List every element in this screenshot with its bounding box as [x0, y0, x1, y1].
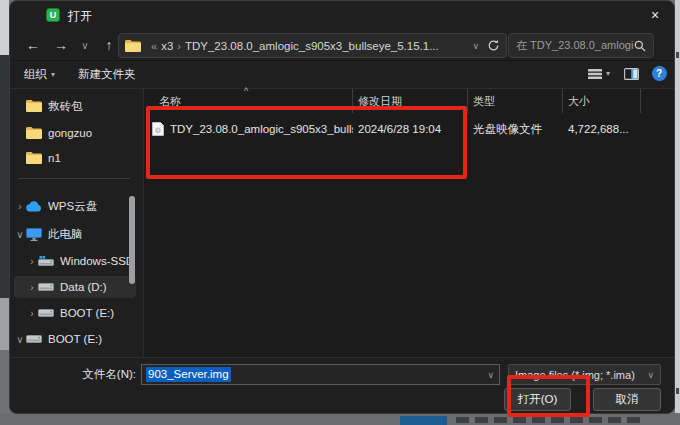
address-bar[interactable]: « x3 › TDY_23.08.0_amlogic_s905x3_bullse…: [118, 33, 507, 58]
chevron-down-icon[interactable]: ∨: [487, 370, 494, 380]
sidebar-item-n1[interactable]: n1: [14, 147, 136, 169]
sidebar-item-windows-ssd[interactable]: › Windows-SSD: [14, 250, 136, 272]
navigation-pane: 救砖包 gongzuo n1: [10, 89, 143, 357]
file-type: 光盘映像文件: [468, 117, 563, 141]
sidebar-item-gongzuo[interactable]: gongzuo: [14, 122, 136, 144]
recent-locations-button[interactable]: ∨: [74, 34, 96, 56]
column-header-size[interactable]: 大小: [563, 89, 641, 113]
sidebar-item-this-pc[interactable]: ∨ 此电脑: [14, 223, 136, 245]
annotation-rectangle-file-list: [146, 106, 467, 179]
sidebar-separator: [18, 178, 130, 179]
sidebar-item-wps-cloud[interactable]: › WPS云盘: [14, 195, 136, 217]
title-bar: U 打开 ×: [10, 1, 674, 29]
search-icon[interactable]: [634, 40, 646, 52]
open-file-dialog: U 打开 × ← → ∨ ↑ « x3 › TDY_23.08.0_amlogi…: [9, 0, 675, 414]
view-controls: ▾ ?: [584, 66, 674, 81]
computer-icon: [26, 228, 42, 241]
sidebar-item-data-d[interactable]: › Data (D:): [14, 276, 136, 298]
sort-ascending-icon: ^: [244, 86, 248, 96]
background-fragment-right: [675, 0, 680, 413]
breadcrumb-current-folder[interactable]: TDY_23.08.0_amlogic_s905x3_bullseye_5.15…: [185, 40, 439, 52]
chevron-down-icon[interactable]: ∨: [647, 370, 654, 380]
sidebar-item-label: 此电脑: [48, 227, 83, 242]
chevron-right-icon[interactable]: ›: [14, 201, 26, 212]
breadcrumb-separator-icon: ›: [177, 40, 181, 52]
sidebar-item-label: BOOT (E:): [60, 307, 114, 319]
chevron-right-icon[interactable]: ›: [26, 308, 38, 319]
sidebar-item-label: n1: [48, 152, 61, 164]
sidebar-item-label: WPS云盘: [48, 199, 97, 214]
folder-icon: [125, 40, 141, 52]
help-icon: ?: [652, 66, 667, 81]
dialog-title: 打开: [68, 8, 92, 25]
close-icon[interactable]: ×: [644, 5, 666, 25]
views-caret-icon[interactable]: ▾: [606, 69, 610, 78]
details-view-icon[interactable]: [584, 68, 606, 80]
folder-icon: [26, 152, 42, 164]
sidebar-item-label: 救砖包: [48, 99, 83, 114]
folder-icon: [26, 100, 42, 112]
chevron-right-icon[interactable]: ›: [26, 282, 38, 293]
sidebar-item-boot-e-2[interactable]: ∨ BOOT (E:): [14, 328, 136, 350]
file-size: 4,722,688...: [563, 117, 641, 141]
background-app-blue-fragment: [400, 416, 447, 425]
sidebar-item-jiuzhuanbao[interactable]: 救砖包: [14, 95, 136, 117]
background-fragment-left-bottom: [0, 350, 9, 413]
help-button[interactable]: ?: [644, 66, 674, 81]
drive-icon: [38, 308, 54, 318]
screen: U 打开 × ← → ∨ ↑ « x3 › TDY_23.08.0_amlogi…: [0, 0, 680, 425]
refresh-icon[interactable]: [487, 39, 500, 52]
background-fragment-left: [0, 55, 9, 298]
chevron-right-icon[interactable]: ›: [26, 256, 38, 267]
chevron-down-icon[interactable]: ∨: [14, 229, 26, 240]
address-dropdown-icon[interactable]: ∨: [472, 41, 479, 51]
forward-button[interactable]: →: [50, 34, 72, 56]
breadcrumb-root[interactable]: x3: [161, 40, 173, 52]
background-fragment-left-top: [0, 0, 9, 55]
drive-icon: [38, 282, 54, 292]
preview-pane-icon[interactable]: [618, 68, 644, 80]
background-app-text-fragment: [456, 417, 641, 423]
search-input[interactable]: 在 TDY_23.08.0_amlogic_s...: [516, 38, 634, 53]
sidebar-item-label: Windows-SSD: [60, 255, 134, 267]
windows-drive-icon: [38, 256, 54, 267]
sidebar-item-boot-e[interactable]: › BOOT (E:): [14, 302, 136, 324]
back-button[interactable]: ←: [22, 34, 44, 56]
cancel-button[interactable]: 取消: [593, 388, 661, 411]
background-speck: [676, 52, 679, 58]
background-fragment-left-light: [0, 298, 9, 350]
drive-icon: [26, 334, 42, 344]
folder-icon: [26, 127, 42, 139]
column-header-blank: [641, 89, 674, 113]
column-header-type[interactable]: 类型: [468, 89, 563, 113]
command-toolbar: 组织 ▾ 新建文件夹 ▾: [10, 61, 674, 89]
usb-burning-tool-app-icon: U: [46, 8, 60, 22]
annotation-rectangle-open-button: [507, 375, 590, 417]
up-button[interactable]: ↑: [98, 34, 120, 56]
filename-input[interactable]: 903_Server.img: [146, 367, 231, 382]
cloud-icon: [26, 201, 42, 212]
caret-down-icon: ▾: [51, 70, 55, 79]
filename-combobox[interactable]: 903_Server.img ∨: [141, 364, 500, 385]
sidebar-item-label: gongzuo: [48, 127, 92, 139]
sidebar-scrollbar[interactable]: [129, 196, 135, 284]
filename-label: 文件名(N):: [10, 367, 136, 382]
search-box[interactable]: 在 TDY_23.08.0_amlogic_s...: [508, 33, 654, 58]
chevron-down-icon[interactable]: ∨: [14, 334, 26, 345]
breadcrumb-overflow-icon[interactable]: «: [151, 40, 157, 52]
navigation-bar: ← → ∨ ↑ « x3 › TDY_23.08.0_amlogic_s905x…: [10, 29, 674, 61]
sidebar-item-label: Data (D:): [60, 281, 107, 293]
background-speck: [676, 388, 679, 394]
new-folder-button[interactable]: 新建文件夹: [78, 67, 136, 82]
sidebar-item-label: BOOT (E:): [48, 333, 102, 345]
organize-button[interactable]: 组织 ▾: [24, 67, 55, 82]
